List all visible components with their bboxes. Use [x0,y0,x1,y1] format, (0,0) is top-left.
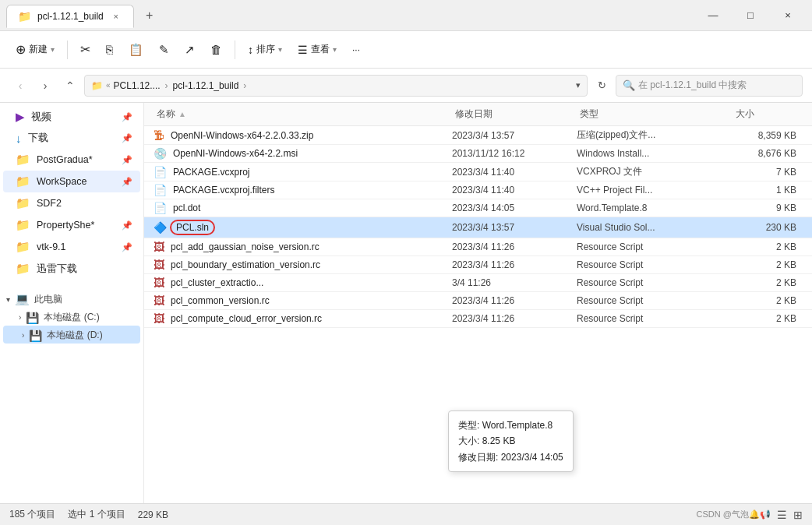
header-type[interactable]: 类型 [577,106,733,122]
search-placeholder: 在 pcl-1.12.1_build 中搜索 [638,79,747,92]
file-row-pcl-add-gaussian[interactable]: 🖼 pcl_add_gaussian_noise_version.rc 2023… [144,238,812,256]
paste-icon: 📋 [129,43,143,57]
back-button[interactable]: ‹ [9,75,31,97]
sort-label: 排序 [256,43,275,56]
header-name-label: 名称 [157,107,175,121]
delete-button[interactable]: 🗑 [204,38,228,61]
close-button[interactable]: × [770,4,806,27]
cut-icon: ✂ [80,42,90,57]
file-name-pcl-add-gaussian: 🖼 pcl_add_gaussian_noise_version.rc [154,241,452,253]
sidebar-item-label-postgrad: PostGradua* [37,154,93,165]
file-type-openni-msi: Windows Install... [577,148,733,159]
file-name-pcl-sln: 🔷 PCL.sln [154,220,452,235]
file-name-label: PACKAGE.vcxproj [173,167,249,178]
sidebar-item-label-downloads: 下载 [28,132,48,145]
file-row-pcl-compute[interactable]: 🖼 pcl_compute_cloud_error_version.rc 202… [144,310,812,328]
file-date-package-vcxproj: 2023/3/4 11:40 [452,167,577,178]
more-button[interactable]: ··· [346,40,366,60]
maximize-button[interactable]: □ [733,4,768,27]
breadcrumb-bar[interactable]: 📁 « PCL1.12.... › pcl-1.12.1_build › ▾ [84,75,588,97]
tab-folder-icon: 📁 [18,10,31,23]
sidebar-item-videos[interactable]: ▶ 视频 📌 [3,106,140,128]
sidebar-item-downloads[interactable]: ↓ 下载 📌 [3,128,140,149]
file-date-openni-zip: 2023/3/4 13:57 [452,130,577,141]
file-row-openni-zip[interactable]: 🗜 OpenNI-Windows-x64-2.2.0.33.zip 2023/3… [144,126,812,145]
zip-file-icon: 🗜 [154,129,164,142]
tab-close-button[interactable]: × [110,10,122,23]
file-list-area: 名称 ▲ 修改日期 类型 大小 🗜 OpenNI-Windows-x64-2.2… [144,103,812,503]
grid-view-icon[interactable]: ⊞ [793,509,803,521]
sidebar-item-sdf2[interactable]: 📁 SDF2 [3,192,140,214]
file-size-openni-zip: 8,359 KB [733,130,803,141]
view-icon: ☰ [298,44,308,56]
refresh-button[interactable]: ↻ [591,75,613,97]
share-button[interactable]: ↗ [178,38,201,62]
sidebar-item-postgrad[interactable]: 📁 PostGradua* 📌 [3,149,140,171]
drive-c-section[interactable]: › 💾 本地磁盘 (C:) [0,308,143,326]
header-date-label: 修改日期 [455,107,492,121]
this-pc-section[interactable]: ▾ 💻 此电脑 [0,289,143,308]
minimize-button[interactable]: — [695,4,731,27]
file-row-openni-msi[interactable]: 💿 OpenNI-Windows-x64-2.2.msi 2013/11/12 … [144,145,812,163]
sidebar-item-workspace[interactable]: 📁 WorkSpace 📌 [3,171,140,192]
file-size-pcl-cluster: 2 KB [733,277,803,288]
cut-button[interactable]: ✂ [74,37,97,62]
file-type-package-filters: VC++ Project Fil... [577,185,733,196]
header-date[interactable]: 修改日期 [452,106,577,122]
file-row-pcl-sln[interactable]: 🔷 PCL.sln 2023/3/4 13:57 Visual Studio S… [144,217,812,238]
file-name-label: PCL.sln [176,222,209,233]
rename-button[interactable]: ✎ [153,38,175,62]
list-view-icon[interactable]: ☰ [777,509,787,521]
file-name-label: pcl_cluster_extractio... [171,277,263,288]
sort-button[interactable]: ↕ 排序 ▾ [242,38,288,61]
file-date-pcl-common: 2023/3/4 11:26 [452,295,577,306]
sidebar-item-vtk91[interactable]: 📁 vtk-9.1 📌 [3,236,140,258]
forward-button[interactable]: › [34,75,56,97]
header-name[interactable]: 名称 ▲ [154,106,452,122]
file-date-package-filters: 2023/3/4 11:40 [452,185,577,196]
file-size-pcl-dot: 9 KB [733,203,803,213]
file-size-openni-msi: 8,676 KB [733,148,803,159]
file-row-package-filters[interactable]: 📄 PACKAGE.vcxproj.filters 2023/3/4 11:40… [144,181,812,199]
breadcrumb-dropdown-icon[interactable]: ▾ [576,80,581,90]
view-button[interactable]: ☰ 查看 ▾ [291,38,343,61]
rc-file-icon-2: 🖼 [154,259,164,271]
new-tab-button[interactable]: + [139,5,161,26]
file-row-package-vcxproj[interactable]: 📄 PACKAGE.vcxproj 2023/3/4 11:40 VCXPROJ… [144,163,812,181]
more-icon: ··· [352,44,360,55]
file-size-pcl-sln: 230 KB [733,222,803,233]
tooltip-size-label: 大小: [458,435,479,446]
sdf2-icon: 📁 [16,196,30,210]
sln-file-icon: 🔷 [154,221,167,234]
breadcrumb-part1[interactable]: PCL1.12.... [114,80,161,91]
up-button[interactable]: ⌃ [59,75,81,97]
file-row-pcl-common[interactable]: 🖼 pcl_common_version.rc 2023/3/4 11:26 R… [144,292,812,310]
pcl-sln-highlight: PCL.sln [170,220,215,235]
breadcrumb-arrow-2: › [243,80,246,91]
file-name-openni-zip: 🗜 OpenNI-Windows-x64-2.2.0.33.zip [154,129,452,142]
filter-file-icon: 📄 [154,184,167,196]
search-bar[interactable]: 🔍 在 pcl-1.12.1_build 中搜索 [616,75,803,97]
new-icon: ⊕ [16,42,26,57]
address-bar: ‹ › ⌃ 📁 « PCL1.12.... › pcl-1.12.1_build… [0,69,812,103]
copy-button[interactable]: ⎘ [100,38,119,61]
header-sort-icon: ▲ [178,110,186,118]
sidebar-item-thunder[interactable]: 📁 迅雷下载 [3,258,140,280]
new-button[interactable]: ⊕ 新建 ▾ [9,37,61,62]
sidebar-item-propertyshe[interactable]: 📁 PropertyShe* 📌 [3,214,140,236]
drive-d-section[interactable]: › 💾 本地磁盘 (D:) [3,326,140,344]
active-tab[interactable]: 📁 pcl-1.12.1_build × [6,5,134,28]
file-row-pcl-dot[interactable]: 📄 pcl.dot 2023/3/4 14:05 Word.Template.8… [144,199,812,217]
breadcrumb-part2[interactable]: pcl-1.12.1_build [173,80,239,91]
paste-button[interactable]: 📋 [122,38,150,62]
header-size[interactable]: 大小 [733,106,803,122]
file-row-pcl-cluster[interactable]: 🖼 pcl_cluster_extractio... 3/4 11:26 Res… [144,274,812,292]
tooltip-type-value: Word.Template.8 [482,420,553,431]
file-row-pcl-boundary[interactable]: 🖼 pcl_boundary_estimation_version.rc 202… [144,256,812,274]
tooltip-type-label: 类型: [458,420,479,431]
window-controls: — □ × [695,4,806,27]
drive-d-label: 本地磁盘 (D:) [47,329,102,342]
file-name-label: pcl.dot [173,203,200,213]
new-dropdown-icon: ▾ [51,45,55,54]
copy-icon: ⎘ [106,43,113,56]
